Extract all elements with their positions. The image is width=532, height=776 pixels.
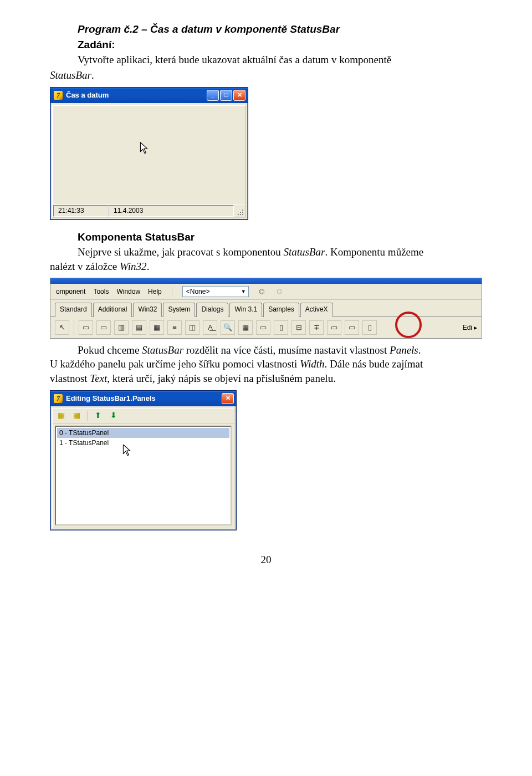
- close-button[interactable]: ✕: [222, 393, 234, 404]
- tab-win31[interactable]: Win 3.1: [229, 303, 262, 316]
- para3-line1: Pokud chceme StatusBar rozdělit na více …: [50, 343, 482, 358]
- assignment-text-1: Vytvořte aplikaci, která bude ukazovat a…: [78, 53, 482, 67]
- tab-samples[interactable]: Samples: [263, 303, 299, 316]
- status-bar: 21:41:33 11.4.2003: [53, 205, 245, 217]
- panels-toolbar: ▦ ▦ ⬆ ⬇: [53, 409, 234, 423]
- panels-listbox[interactable]: 0 - TStatusPanel 1 - TStatusPanel: [55, 426, 232, 525]
- palette-comp-6[interactable]: ≡: [167, 320, 182, 335]
- ide-menubar: omponent Tools Window Help <None> ▼ ⌬ ⌬: [50, 284, 482, 300]
- palette-comp-8[interactable]: A͟: [203, 320, 217, 335]
- app-icon: 7: [54, 394, 63, 403]
- status-panel-date: 11.4.2003: [109, 205, 234, 217]
- palette-comp-2[interactable]: ▭: [96, 320, 111, 335]
- palette-comp-17[interactable]: ▯: [362, 320, 377, 335]
- minimize-button[interactable]: _: [207, 90, 219, 101]
- ide-titlebar-fragment: [50, 278, 482, 284]
- window-title: Čas a datum: [66, 90, 207, 100]
- palette-comp-13[interactable]: ⊟: [291, 320, 306, 335]
- maximize-button[interactable]: □: [220, 90, 232, 101]
- move-down-icon[interactable]: ⬇: [109, 411, 119, 421]
- tab-standard[interactable]: Standard: [55, 303, 92, 316]
- palette-comp-16[interactable]: ▭: [345, 320, 359, 335]
- config-combo[interactable]: <None> ▼: [182, 286, 249, 297]
- titlebar[interactable]: 7 Čas a datum _ □ ✕: [50, 88, 248, 103]
- para2-line1: Nejprve si ukažme, jak pracovat s kompon…: [50, 245, 482, 259]
- palette-comp-5[interactable]: ▦: [150, 320, 164, 335]
- menu-component[interactable]: omponent: [56, 287, 85, 296]
- statusbar-italic: StatusBar: [50, 69, 91, 81]
- titlebar[interactable]: 7 Editing StatusBar1.Panels ✕: [50, 391, 236, 406]
- window-cas-a-datum: 7 Čas a datum _ □ ✕ 21:41:33 11.4.2003: [50, 87, 248, 220]
- palette-statusbar[interactable]: ▭: [327, 320, 341, 335]
- assignment-label: Zadání:: [78, 38, 482, 52]
- config-combo-value: <None>: [186, 287, 210, 296]
- close-button[interactable]: ✕: [233, 90, 245, 101]
- toolbar-icon-1[interactable]: ⌬: [257, 287, 267, 297]
- window-title: Editing StatusBar1.Panels: [66, 394, 222, 404]
- move-up-icon[interactable]: ⬆: [93, 411, 103, 421]
- tab-activex[interactable]: ActiveX: [300, 303, 333, 316]
- resize-grip-icon[interactable]: [234, 205, 245, 217]
- tab-win32[interactable]: Win32: [133, 303, 162, 316]
- palette-comp-1[interactable]: ▭: [79, 320, 93, 335]
- palette-comp-3[interactable]: ▥: [114, 320, 129, 335]
- palette-comp-10[interactable]: ▦: [238, 320, 253, 335]
- window-client-area: [53, 106, 245, 205]
- tab-dialogs[interactable]: Dialogs: [196, 303, 228, 316]
- palette-edit[interactable]: Edi▸: [463, 323, 477, 332]
- palette-comp-7[interactable]: ◫: [185, 320, 200, 335]
- para3-line3: vlastnost Text, která určí, jaký nápis s…: [50, 372, 336, 384]
- palette-arrow-icon[interactable]: ↖: [55, 320, 69, 335]
- page-number: 20: [50, 553, 482, 567]
- menu-tools[interactable]: Tools: [93, 287, 109, 296]
- toolbar-icon-2[interactable]: ⌬: [274, 287, 284, 297]
- cursor-icon: [122, 445, 131, 459]
- para2-line2: nalézt v záložce Win32.: [50, 261, 149, 272]
- palette-comp-12[interactable]: ▯: [274, 320, 288, 335]
- window-editing-panels: 7 Editing StatusBar1.Panels ✕ ▦ ▦ ⬆ ⬇ 0 …: [50, 390, 237, 530]
- app-icon: 7: [54, 91, 63, 100]
- assignment-text-2: StatusBar.: [50, 68, 482, 83]
- section-heading-komponenta: Komponenta StatusBar: [78, 230, 482, 244]
- component-palette: ↖ ▭ ▭ ▥ ▤ ▦ ≡ ◫ A͟ 🔍 ▦ ▭ ▯ ⊟ ∓ ▭ ▭ ▯ Edi…: [50, 317, 482, 338]
- component-tabs: Standard Additional Win32 System Dialogs…: [50, 300, 482, 316]
- ide-screenshot: omponent Tools Window Help <None> ▼ ⌬ ⌬ …: [50, 278, 482, 338]
- list-item[interactable]: 0 - TStatusPanel: [57, 428, 229, 438]
- para3-line2: U každého panelu pak určíme jeho šířku p…: [50, 358, 423, 370]
- tab-system[interactable]: System: [163, 303, 195, 316]
- add-panel-icon[interactable]: ▦: [56, 411, 66, 421]
- palette-comp-4[interactable]: ▤: [132, 320, 146, 335]
- palette-comp-9[interactable]: 🔍: [221, 320, 235, 335]
- status-panel-time: 21:41:33: [53, 205, 109, 217]
- program-title: Program č.2 – Čas a datum v komponentě S…: [78, 22, 482, 37]
- palette-comp-11[interactable]: ▭: [256, 320, 270, 335]
- tab-additional[interactable]: Additional: [93, 303, 132, 316]
- palette-comp-14[interactable]: ∓: [309, 320, 324, 335]
- delete-panel-icon[interactable]: ▦: [71, 411, 81, 421]
- menu-help[interactable]: Help: [148, 287, 162, 296]
- list-item[interactable]: 1 - TStatusPanel: [57, 438, 229, 448]
- menu-window[interactable]: Window: [116, 287, 140, 296]
- chevron-down-icon: ▼: [241, 288, 246, 295]
